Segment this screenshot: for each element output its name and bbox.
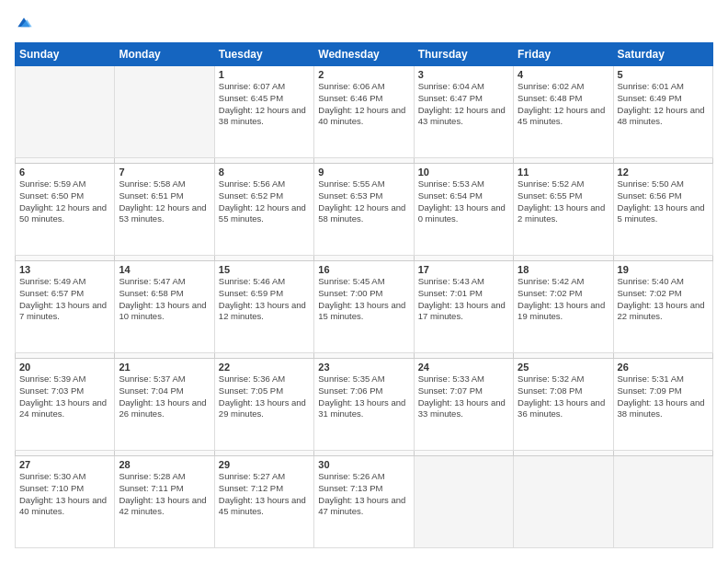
day-info: Sunrise: 5:50 AM Sunset: 6:56 PM Dayligh…	[618, 178, 709, 225]
day-number: 3	[418, 69, 509, 80]
day-number: 23	[318, 362, 409, 373]
day-info: Sunrise: 5:39 AM Sunset: 7:03 PM Dayligh…	[19, 373, 110, 420]
weekday-header-monday: Monday	[115, 43, 214, 66]
day-number: 26	[618, 362, 709, 373]
day-number: 2	[318, 69, 409, 80]
calendar-cell: 6Sunrise: 5:59 AM Sunset: 6:50 PM Daylig…	[16, 164, 115, 256]
day-number: 29	[219, 459, 310, 470]
day-info: Sunrise: 5:36 AM Sunset: 7:05 PM Dayligh…	[219, 373, 310, 420]
day-number: 19	[618, 264, 709, 275]
calendar-cell: 10Sunrise: 5:53 AM Sunset: 6:54 PM Dayli…	[414, 164, 513, 256]
day-info: Sunrise: 5:59 AM Sunset: 6:50 PM Dayligh…	[19, 178, 110, 225]
day-info: Sunrise: 5:49 AM Sunset: 6:57 PM Dayligh…	[19, 276, 110, 323]
calendar-cell: 3Sunrise: 6:04 AM Sunset: 6:47 PM Daylig…	[414, 66, 513, 158]
day-info: Sunrise: 5:28 AM Sunset: 7:11 PM Dayligh…	[119, 471, 210, 518]
calendar-cell: 1Sunrise: 6:07 AM Sunset: 6:45 PM Daylig…	[214, 66, 313, 158]
day-info: Sunrise: 5:55 AM Sunset: 6:53 PM Dayligh…	[318, 178, 409, 225]
day-number: 4	[518, 69, 609, 80]
calendar-cell	[115, 66, 214, 158]
day-info: Sunrise: 5:40 AM Sunset: 7:02 PM Dayligh…	[618, 276, 709, 323]
calendar-cell: 13Sunrise: 5:49 AM Sunset: 6:57 PM Dayli…	[16, 261, 115, 353]
calendar-week-row: 20Sunrise: 5:39 AM Sunset: 7:03 PM Dayli…	[16, 359, 713, 451]
day-info: Sunrise: 5:31 AM Sunset: 7:09 PM Dayligh…	[618, 373, 709, 420]
calendar-cell: 30Sunrise: 5:26 AM Sunset: 7:13 PM Dayli…	[314, 456, 414, 548]
day-info: Sunrise: 5:43 AM Sunset: 7:01 PM Dayligh…	[418, 276, 509, 323]
day-number: 17	[418, 264, 509, 275]
day-info: Sunrise: 5:33 AM Sunset: 7:07 PM Dayligh…	[418, 373, 509, 420]
calendar-cell: 12Sunrise: 5:50 AM Sunset: 6:56 PM Dayli…	[613, 164, 712, 256]
day-info: Sunrise: 5:26 AM Sunset: 7:13 PM Dayligh…	[318, 471, 409, 518]
day-info: Sunrise: 5:46 AM Sunset: 6:59 PM Dayligh…	[219, 276, 310, 323]
calendar-cell: 4Sunrise: 6:02 AM Sunset: 6:48 PM Daylig…	[514, 66, 613, 158]
day-number: 10	[418, 167, 509, 178]
calendar-cell	[16, 66, 115, 158]
calendar-week-row: 1Sunrise: 6:07 AM Sunset: 6:45 PM Daylig…	[16, 66, 713, 158]
day-number: 11	[518, 167, 609, 178]
calendar-cell: 26Sunrise: 5:31 AM Sunset: 7:09 PM Dayli…	[613, 359, 712, 451]
day-info: Sunrise: 5:56 AM Sunset: 6:52 PM Dayligh…	[219, 178, 310, 225]
day-info: Sunrise: 6:07 AM Sunset: 6:45 PM Dayligh…	[219, 81, 310, 128]
day-info: Sunrise: 5:32 AM Sunset: 7:08 PM Dayligh…	[518, 373, 609, 420]
day-number: 20	[19, 362, 110, 373]
calendar-cell: 7Sunrise: 5:58 AM Sunset: 6:51 PM Daylig…	[115, 164, 214, 256]
day-info: Sunrise: 5:47 AM Sunset: 6:58 PM Dayligh…	[119, 276, 210, 323]
calendar-cell: 17Sunrise: 5:43 AM Sunset: 7:01 PM Dayli…	[414, 261, 513, 353]
day-number: 18	[518, 264, 609, 275]
day-info: Sunrise: 6:06 AM Sunset: 6:46 PM Dayligh…	[318, 81, 409, 128]
day-info: Sunrise: 6:04 AM Sunset: 6:47 PM Dayligh…	[418, 81, 509, 128]
calendar-week-row: 13Sunrise: 5:49 AM Sunset: 6:57 PM Dayli…	[16, 261, 713, 353]
calendar-cell: 9Sunrise: 5:55 AM Sunset: 6:53 PM Daylig…	[314, 164, 414, 256]
logo	[15, 15, 37, 33]
calendar-cell: 18Sunrise: 5:42 AM Sunset: 7:02 PM Dayli…	[514, 261, 613, 353]
weekday-header-tuesday: Tuesday	[214, 43, 313, 66]
day-number: 12	[618, 167, 709, 178]
day-number: 5	[618, 69, 709, 80]
day-number: 7	[119, 167, 210, 178]
calendar-cell: 14Sunrise: 5:47 AM Sunset: 6:58 PM Dayli…	[115, 261, 214, 353]
calendar-cell	[414, 456, 513, 548]
calendar-cell: 11Sunrise: 5:52 AM Sunset: 6:55 PM Dayli…	[514, 164, 613, 256]
day-number: 15	[219, 264, 310, 275]
weekday-header-thursday: Thursday	[414, 43, 513, 66]
calendar-cell: 23Sunrise: 5:35 AM Sunset: 7:06 PM Dayli…	[314, 359, 414, 451]
weekday-header-row: SundayMondayTuesdayWednesdayThursdayFrid…	[16, 43, 713, 66]
day-info: Sunrise: 5:30 AM Sunset: 7:10 PM Dayligh…	[19, 471, 110, 518]
calendar-week-row: 6Sunrise: 5:59 AM Sunset: 6:50 PM Daylig…	[16, 164, 713, 256]
day-number: 13	[19, 264, 110, 275]
day-number: 30	[318, 459, 409, 470]
logo-icon	[15, 15, 33, 33]
calendar-cell	[613, 456, 712, 548]
day-number: 28	[119, 459, 210, 470]
day-number: 27	[19, 459, 110, 470]
day-info: Sunrise: 5:53 AM Sunset: 6:54 PM Dayligh…	[418, 178, 509, 225]
weekday-header-wednesday: Wednesday	[314, 43, 414, 66]
calendar-cell: 16Sunrise: 5:45 AM Sunset: 7:00 PM Dayli…	[314, 261, 414, 353]
calendar-cell: 20Sunrise: 5:39 AM Sunset: 7:03 PM Dayli…	[16, 359, 115, 451]
calendar-table: SundayMondayTuesdayWednesdayThursdayFrid…	[15, 42, 713, 548]
day-number: 16	[318, 264, 409, 275]
calendar-cell: 5Sunrise: 6:01 AM Sunset: 6:49 PM Daylig…	[613, 66, 712, 158]
day-number: 6	[19, 167, 110, 178]
day-number: 24	[418, 362, 509, 373]
weekday-header-saturday: Saturday	[613, 43, 712, 66]
weekday-header-sunday: Sunday	[16, 43, 115, 66]
calendar-week-row: 27Sunrise: 5:30 AM Sunset: 7:10 PM Dayli…	[16, 456, 713, 548]
calendar-cell: 27Sunrise: 5:30 AM Sunset: 7:10 PM Dayli…	[16, 456, 115, 548]
day-info: Sunrise: 5:58 AM Sunset: 6:51 PM Dayligh…	[119, 178, 210, 225]
calendar-cell	[514, 456, 613, 548]
day-number: 25	[518, 362, 609, 373]
header	[15, 15, 713, 33]
calendar-cell: 28Sunrise: 5:28 AM Sunset: 7:11 PM Dayli…	[115, 456, 214, 548]
day-info: Sunrise: 5:42 AM Sunset: 7:02 PM Dayligh…	[518, 276, 609, 323]
day-info: Sunrise: 5:37 AM Sunset: 7:04 PM Dayligh…	[119, 373, 210, 420]
calendar-cell: 22Sunrise: 5:36 AM Sunset: 7:05 PM Dayli…	[214, 359, 313, 451]
calendar-cell: 21Sunrise: 5:37 AM Sunset: 7:04 PM Dayli…	[115, 359, 214, 451]
day-info: Sunrise: 5:27 AM Sunset: 7:12 PM Dayligh…	[219, 471, 310, 518]
calendar-cell: 29Sunrise: 5:27 AM Sunset: 7:12 PM Dayli…	[214, 456, 313, 548]
day-number: 21	[119, 362, 210, 373]
day-info: Sunrise: 5:45 AM Sunset: 7:00 PM Dayligh…	[318, 276, 409, 323]
weekday-header-friday: Friday	[514, 43, 613, 66]
day-info: Sunrise: 5:52 AM Sunset: 6:55 PM Dayligh…	[518, 178, 609, 225]
page: SundayMondayTuesdayWednesdayThursdayFrid…	[0, 0, 728, 563]
day-info: Sunrise: 6:01 AM Sunset: 6:49 PM Dayligh…	[618, 81, 709, 128]
